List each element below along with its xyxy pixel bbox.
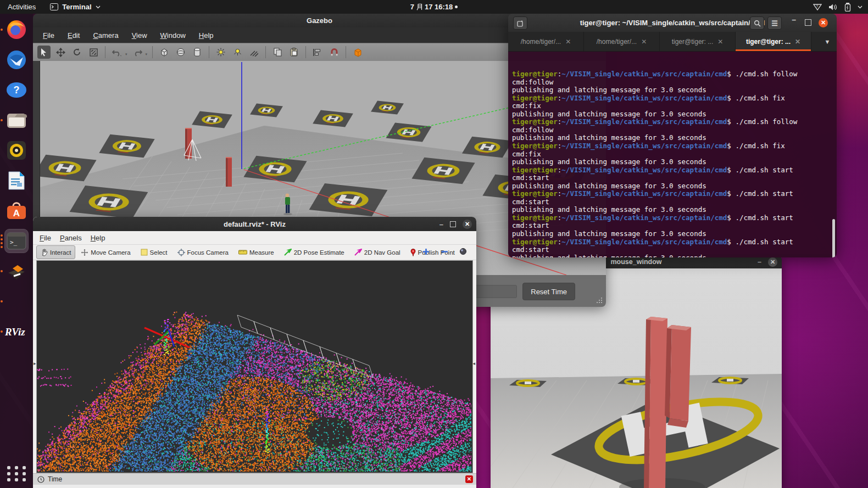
gazebo-tool-directional-light-button[interactable] bbox=[247, 46, 260, 59]
gazebo-tool-sun-button[interactable] bbox=[214, 46, 227, 59]
rviz-tool-measure[interactable]: Measure bbox=[234, 245, 279, 259]
tab-close-icon[interactable]: ✕ bbox=[565, 38, 571, 46]
tab-close-icon[interactable]: ✕ bbox=[717, 38, 723, 46]
dock-item-rhythmbox[interactable] bbox=[5, 139, 28, 162]
rviz-tool-move-camera[interactable]: Move Camera bbox=[76, 245, 135, 259]
gazebo-tool-redo-button[interactable] bbox=[131, 46, 144, 59]
dock-item-terminal[interactable]: >_ bbox=[5, 229, 28, 253]
rviz-titlebar[interactable]: default.rviz* - RViz – ✕ bbox=[33, 217, 476, 231]
rviz-menu-file[interactable]: File bbox=[40, 234, 51, 242]
terminal-line: publishing and latching message for 3.0 … bbox=[512, 86, 837, 94]
terminal-tab-2[interactable]: /home/tiger/...✕ bbox=[584, 32, 660, 51]
minimize-button[interactable]: – bbox=[439, 220, 443, 228]
terminal-tab-4[interactable]: tiger@tiger: ...✕ bbox=[736, 32, 811, 51]
activities-button[interactable]: Activities bbox=[8, 3, 36, 11]
right-panel-expand-arrow[interactable]: ◂ bbox=[472, 361, 475, 366]
terminal-titlebar[interactable]: tiger@tiger: ~/VISIM_single/catkin_ws/sr… bbox=[508, 14, 837, 32]
battery-icon bbox=[844, 3, 851, 12]
running-indicator bbox=[1, 18, 3, 41]
close-button[interactable]: ✕ bbox=[768, 257, 777, 267]
terminal-line: tiger@tiger:~/VISIM_single/catkin_ws/src… bbox=[512, 214, 837, 222]
terminal-line: publishing and latching message for 3.0 … bbox=[512, 134, 837, 142]
terminal-scrollbar-thumb[interactable] bbox=[832, 219, 835, 257]
gazebo-menu-view[interactable]: View bbox=[132, 31, 147, 40]
dock-item-blank[interactable] bbox=[5, 290, 28, 313]
reset-time-button[interactable]: Reset Time bbox=[522, 283, 575, 300]
terminal-line: cmd:start bbox=[512, 174, 837, 182]
dock-item-software[interactable]: A bbox=[5, 199, 28, 222]
gazebo-tool-paste-button[interactable] bbox=[287, 46, 301, 59]
gazebo-tool-snap-button[interactable] bbox=[327, 46, 341, 59]
gazebo-tool-box-button[interactable] bbox=[158, 46, 171, 59]
running-indicator bbox=[1, 260, 3, 283]
pointcloud-canvas[interactable] bbox=[37, 261, 471, 472]
terminal-tab-3[interactable]: tiger@tiger: ...✕ bbox=[660, 32, 736, 51]
camera-sphere-button[interactable] bbox=[458, 246, 469, 256]
rviz-tool-interact[interactable]: Interact bbox=[36, 245, 75, 259]
dock-item-gazebo[interactable] bbox=[5, 260, 28, 283]
gazebo-tool-scale-button[interactable] bbox=[87, 46, 100, 59]
terminal-tab-1[interactable]: /home/tiger/...✕ bbox=[508, 32, 584, 51]
terminal-line: cmd:follow bbox=[512, 78, 837, 87]
undo-caret-icon[interactable]: ▾ bbox=[125, 52, 127, 57]
time-panel-header[interactable]: Time ✕ bbox=[33, 473, 476, 485]
tab-close-icon[interactable]: ✕ bbox=[795, 38, 800, 46]
status-tray[interactable]: ? bbox=[813, 0, 863, 14]
maximize-button[interactable] bbox=[805, 19, 811, 26]
clock[interactable]: 717 16:18 bbox=[390, 3, 478, 11]
rviz-tool-2d-nav-goal[interactable]: 2D Nav Goal bbox=[350, 245, 405, 259]
gazebo-tool-align-button[interactable] bbox=[311, 46, 324, 59]
dock-item-help[interactable]: ? bbox=[5, 78, 28, 102]
dock-item-files[interactable] bbox=[5, 109, 28, 132]
terminal-content[interactable]: tiger@tiger:~/VISIM_single/catkin_ws/src… bbox=[508, 52, 837, 257]
caret-down-icon bbox=[96, 5, 101, 9]
time-panel-close-button[interactable]: ✕ bbox=[465, 475, 473, 483]
zoom-out-button[interactable] bbox=[439, 246, 450, 256]
gazebo-menu-file[interactable]: File bbox=[43, 31, 54, 40]
dock-item-thunderbird[interactable] bbox=[5, 48, 28, 71]
libreoffice-icon bbox=[7, 171, 26, 190]
gazebo-tool-undo-button[interactable] bbox=[110, 46, 124, 59]
gazebo-tool-rotate-button[interactable] bbox=[70, 46, 84, 59]
close-button[interactable]: ✕ bbox=[463, 220, 472, 229]
gazebo-tool-select-arrow-button[interactable] bbox=[37, 46, 51, 59]
rviz-viewport[interactable] bbox=[36, 260, 473, 473]
zoom-in-button[interactable] bbox=[420, 246, 431, 256]
ruler-icon bbox=[238, 250, 247, 255]
maximize-button[interactable] bbox=[450, 221, 456, 227]
toolbar-separator bbox=[346, 46, 346, 58]
resize-grip[interactable] bbox=[596, 297, 603, 304]
rviz-tool-2d-pose-estimate[interactable]: 2D Pose Estimate bbox=[280, 245, 349, 259]
close-button[interactable]: ✕ bbox=[819, 18, 828, 27]
rviz-menu-panels[interactable]: Panels bbox=[60, 234, 82, 242]
tab-close-icon[interactable]: ✕ bbox=[641, 38, 647, 46]
terminal-line: publishing and latching message for 3.0 … bbox=[512, 254, 837, 257]
gazebo-menu-camera[interactable]: Camera bbox=[93, 31, 118, 40]
dock-item-firefox[interactable] bbox=[5, 18, 28, 41]
rviz-menu-help[interactable]: Help bbox=[91, 234, 105, 242]
gazebo-tool-translate-button[interactable] bbox=[54, 46, 67, 59]
minimize-button[interactable]: – bbox=[758, 258, 761, 266]
rviz-tool-focus-camera[interactable]: Focus Camera bbox=[173, 245, 233, 259]
app-menu[interactable]: Terminal bbox=[50, 3, 100, 11]
dock-item-rviz[interactable]: RViz bbox=[5, 320, 28, 343]
gazebo-menu-help[interactable]: Help bbox=[199, 31, 214, 40]
redo-caret-icon[interactable]: ▾ bbox=[146, 52, 148, 57]
gazebo-menu-window[interactable]: Window bbox=[160, 31, 186, 40]
dock-item-libreoffice[interactable] bbox=[5, 169, 28, 192]
minimize-button[interactable]: – bbox=[792, 15, 796, 24]
gazebo-tool-copy-button[interactable] bbox=[271, 46, 284, 59]
search-button[interactable] bbox=[750, 16, 764, 30]
rviz-tool-select[interactable]: Select bbox=[136, 245, 172, 259]
tab-list-caret[interactable]: ▼ bbox=[818, 32, 837, 51]
toolbar-separator bbox=[305, 46, 306, 58]
gazebo-tool-cylinder-button[interactable] bbox=[191, 46, 204, 59]
menu-button[interactable]: ☰ bbox=[767, 16, 782, 30]
gazebo-tool-building-editor-button[interactable] bbox=[351, 46, 364, 59]
show-applications-button[interactable] bbox=[7, 464, 26, 484]
gazebo-menu-edit[interactable]: Edit bbox=[68, 31, 80, 40]
gazebo-tool-point-light-button[interactable] bbox=[231, 46, 244, 59]
gazebo-tool-sphere-button[interactable] bbox=[174, 46, 187, 59]
left-panel-expand-arrow[interactable]: ▸ bbox=[34, 361, 36, 366]
new-tab-button[interactable] bbox=[513, 16, 527, 30]
